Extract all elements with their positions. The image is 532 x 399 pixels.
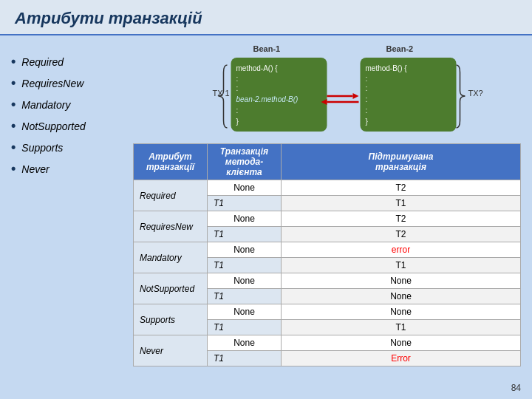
list-item-requiresnew: RequiresNew bbox=[11, 75, 126, 91]
svg-text::: : bbox=[236, 106, 239, 115]
attr-cell: Required bbox=[134, 180, 208, 211]
attr-cell: Supports bbox=[134, 304, 208, 335]
list-item-supports: Supports bbox=[11, 140, 126, 155]
list-item-mandatory: Mandatory bbox=[11, 97, 126, 112]
svg-text::: : bbox=[366, 106, 368, 115]
client-cell: T1 bbox=[208, 258, 282, 273]
svg-text::: : bbox=[366, 95, 368, 103]
client-cell: T1 bbox=[208, 320, 282, 335]
supported-cell: T1 bbox=[282, 320, 521, 335]
client-cell: T1 bbox=[208, 196, 282, 211]
svg-text::: : bbox=[366, 75, 368, 83]
supported-cell: T1 bbox=[282, 258, 521, 273]
table-row: SupportsNoneNone bbox=[134, 304, 521, 320]
attr-cell: NotSupported bbox=[134, 273, 208, 304]
svg-text::: : bbox=[236, 84, 239, 92]
bullet-list: Required RequiresNew Mandatory NotSuppor… bbox=[11, 54, 126, 177]
svg-text::: : bbox=[236, 75, 239, 83]
table-row: RequiresNewNoneT2 bbox=[134, 211, 521, 227]
diagram-area: TX 1 Bean-1 method-A() { : : bean-2.meth… bbox=[133, 43, 521, 139]
supported-cell: Error bbox=[282, 351, 521, 366]
right-panel: TX 1 Bean-1 method-A() { : : bean-2.meth… bbox=[133, 43, 521, 383]
slide-title: Атрибути транзакцій bbox=[15, 9, 517, 28]
supported-cell: T2 bbox=[282, 180, 521, 196]
attr-cell: Never bbox=[134, 335, 208, 366]
call-label: bean-2.method-B() bbox=[236, 95, 299, 103]
table-row: NeverNoneNone bbox=[134, 335, 521, 351]
tx2-brace bbox=[457, 65, 466, 128]
col-header-supported: Підтримуванатранзакція bbox=[282, 144, 521, 180]
client-cell: T1 bbox=[208, 289, 282, 304]
client-cell: None bbox=[208, 242, 282, 258]
slide-container: Атрибути транзакцій Required RequiresNew… bbox=[0, 0, 532, 399]
client-cell: None bbox=[208, 180, 282, 196]
bean1-title: Bean-1 bbox=[253, 44, 281, 53]
col-header-client: Транзакціяметода-клієнта bbox=[208, 144, 282, 180]
diagram-svg: TX 1 Bean-1 method-A() { : : bean-2.meth… bbox=[133, 43, 521, 139]
method-b-label: method-B() { bbox=[366, 64, 408, 72]
list-item-required: Required bbox=[11, 54, 126, 69]
client-cell: None bbox=[208, 304, 282, 320]
supported-cell: None bbox=[282, 289, 521, 304]
attr-cell: RequiresNew bbox=[134, 211, 208, 242]
transaction-table: Атрибуттранзакції Транзакціяметода-клієн… bbox=[133, 143, 521, 366]
arrow-head bbox=[353, 93, 359, 99]
table-header-row: Атрибуттранзакції Транзакціяметода-клієн… bbox=[134, 144, 521, 180]
client-cell: None bbox=[208, 273, 282, 289]
table-row: NotSupportedNoneNone bbox=[134, 273, 521, 289]
left-panel: Required RequiresNew Mandatory NotSuppor… bbox=[11, 43, 126, 383]
page-number: 84 bbox=[511, 383, 521, 393]
table-row: RequiredNoneT2 bbox=[134, 180, 521, 196]
client-cell: None bbox=[208, 211, 282, 227]
attr-cell: Mandatory bbox=[134, 242, 208, 273]
col-header-attr: Атрибуттранзакції bbox=[134, 144, 208, 180]
tx2-label: TX? bbox=[468, 89, 483, 98]
method-a-label: method-A() { bbox=[236, 64, 279, 72]
list-item-notsupported: NotSupported bbox=[11, 118, 126, 134]
supported-cell: T1 bbox=[282, 196, 521, 211]
client-cell: T1 bbox=[208, 227, 282, 242]
content-area: Required RequiresNew Mandatory NotSuppor… bbox=[0, 35, 532, 390]
title-bar: Атрибути транзакцій bbox=[0, 0, 532, 35]
supported-cell: None bbox=[282, 304, 521, 320]
supported-cell: T2 bbox=[282, 211, 521, 227]
list-item-never: Never bbox=[11, 161, 126, 177]
client-cell: T1 bbox=[208, 351, 282, 366]
supported-cell: None bbox=[282, 335, 521, 351]
table-row: MandatoryNoneerror bbox=[134, 242, 521, 258]
bean2-title: Bean-2 bbox=[386, 44, 414, 53]
supported-cell: None bbox=[282, 273, 521, 289]
svg-text::: : bbox=[366, 84, 368, 92]
supported-cell: error bbox=[282, 242, 521, 258]
supported-cell: T2 bbox=[282, 227, 521, 242]
table-wrapper: Атрибуттранзакції Транзакціяметода-клієн… bbox=[133, 143, 521, 383]
client-cell: None bbox=[208, 335, 282, 351]
